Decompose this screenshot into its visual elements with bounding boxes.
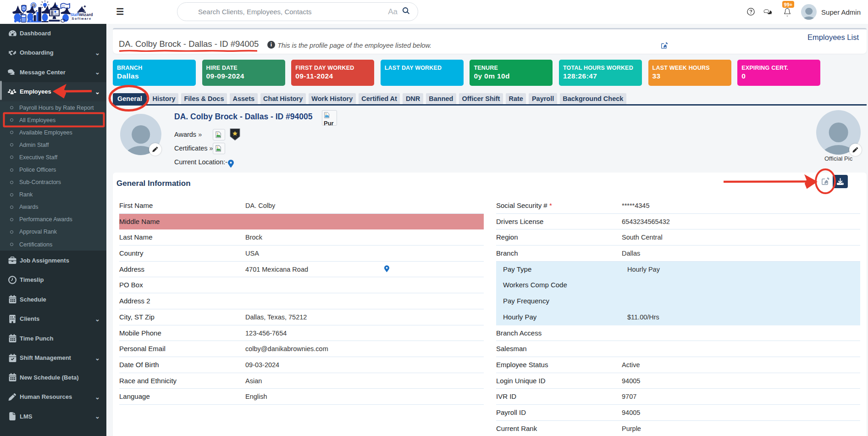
svg-text:Software: Software (72, 17, 92, 21)
svg-text:StaffWizard: StaffWizard (71, 12, 93, 17)
